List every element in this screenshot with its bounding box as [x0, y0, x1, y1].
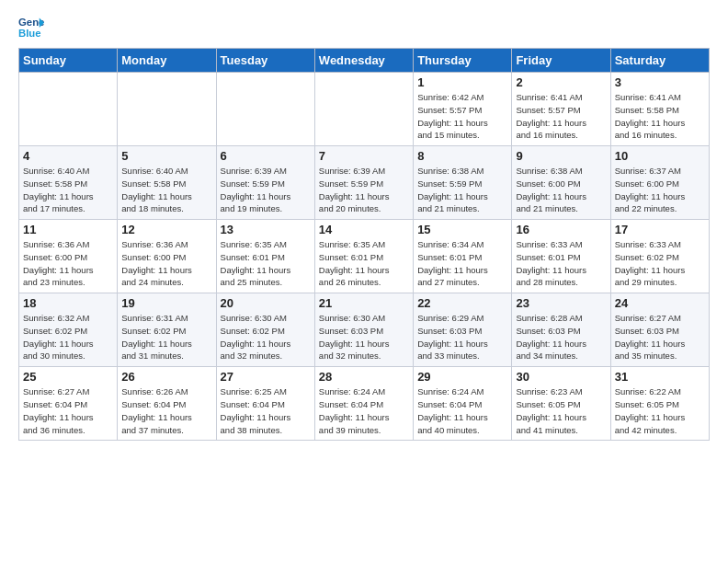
calendar-day-cell: 10Sunrise: 6:37 AM Sunset: 6:00 PM Dayli…	[610, 146, 709, 220]
day-number: 31	[615, 370, 705, 384]
day-info: Sunrise: 6:22 AM Sunset: 6:05 PM Dayligh…	[615, 385, 705, 436]
day-info: Sunrise: 6:24 AM Sunset: 6:04 PM Dayligh…	[319, 385, 409, 436]
day-number: 14	[319, 223, 409, 236]
calendar-header-cell: Friday	[512, 49, 610, 73]
calendar-day-cell: 11Sunrise: 6:36 AM Sunset: 6:00 PM Dayli…	[19, 220, 118, 293]
day-info: Sunrise: 6:23 AM Sunset: 6:05 PM Dayligh…	[516, 385, 606, 436]
calendar-header-cell: Wednesday	[314, 49, 413, 73]
day-number: 11	[23, 223, 113, 236]
calendar-week-row: 4Sunrise: 6:40 AM Sunset: 5:58 PM Daylig…	[19, 146, 710, 220]
day-number: 1	[417, 75, 507, 89]
day-number: 12	[121, 223, 211, 236]
day-number: 26	[121, 370, 211, 384]
calendar-week-row: 1Sunrise: 6:42 AM Sunset: 5:57 PM Daylig…	[19, 73, 710, 146]
day-info: Sunrise: 6:40 AM Sunset: 5:58 PM Dayligh…	[121, 165, 211, 215]
calendar-day-cell	[19, 73, 118, 146]
calendar-table: SundayMondayTuesdayWednesdayThursdayFrid…	[18, 48, 710, 441]
calendar-day-cell: 14Sunrise: 6:35 AM Sunset: 6:01 PM Dayli…	[314, 220, 413, 293]
calendar-week-row: 11Sunrise: 6:36 AM Sunset: 6:00 PM Dayli…	[19, 220, 710, 293]
calendar-day-cell: 15Sunrise: 6:34 AM Sunset: 6:01 PM Dayli…	[414, 220, 512, 293]
calendar-day-cell: 27Sunrise: 6:25 AM Sunset: 6:04 PM Dayli…	[216, 367, 314, 441]
calendar-day-cell: 21Sunrise: 6:30 AM Sunset: 6:03 PM Dayli…	[314, 293, 413, 367]
calendar-day-cell: 23Sunrise: 6:28 AM Sunset: 6:03 PM Dayli…	[512, 293, 610, 367]
calendar-day-cell: 4Sunrise: 6:40 AM Sunset: 5:58 PM Daylig…	[19, 146, 118, 220]
day-info: Sunrise: 6:37 AM Sunset: 6:00 PM Dayligh…	[615, 165, 705, 215]
day-info: Sunrise: 6:33 AM Sunset: 6:01 PM Dayligh…	[516, 238, 606, 289]
day-number: 9	[516, 149, 606, 163]
day-info: Sunrise: 6:36 AM Sunset: 6:00 PM Dayligh…	[121, 238, 211, 289]
calendar-day-cell: 17Sunrise: 6:33 AM Sunset: 6:02 PM Dayli…	[610, 220, 709, 293]
day-info: Sunrise: 6:41 AM Sunset: 5:58 PM Dayligh…	[615, 91, 705, 142]
day-number: 20	[221, 296, 311, 310]
day-number: 17	[615, 223, 705, 236]
calendar-header-cell: Thursday	[414, 49, 512, 73]
calendar-day-cell: 20Sunrise: 6:30 AM Sunset: 6:02 PM Dayli…	[216, 293, 314, 367]
calendar-week-row: 18Sunrise: 6:32 AM Sunset: 6:02 PM Dayli…	[19, 293, 710, 367]
day-number: 24	[615, 296, 705, 310]
day-info: Sunrise: 6:27 AM Sunset: 6:04 PM Dayligh…	[23, 385, 113, 436]
day-info: Sunrise: 6:35 AM Sunset: 6:01 PM Dayligh…	[221, 238, 311, 289]
calendar-header-row: SundayMondayTuesdayWednesdayThursdayFrid…	[19, 49, 710, 73]
calendar-day-cell	[314, 73, 413, 146]
calendar-day-cell: 29Sunrise: 6:24 AM Sunset: 6:04 PM Dayli…	[414, 367, 512, 441]
day-info: Sunrise: 6:39 AM Sunset: 5:59 PM Dayligh…	[319, 165, 409, 215]
day-info: Sunrise: 6:30 AM Sunset: 6:02 PM Dayligh…	[221, 312, 311, 362]
calendar-day-cell: 26Sunrise: 6:26 AM Sunset: 6:04 PM Dayli…	[118, 367, 216, 441]
day-info: Sunrise: 6:41 AM Sunset: 5:57 PM Dayligh…	[516, 91, 606, 142]
calendar-day-cell: 22Sunrise: 6:29 AM Sunset: 6:03 PM Dayli…	[414, 293, 512, 367]
day-info: Sunrise: 6:36 AM Sunset: 6:00 PM Dayligh…	[23, 238, 113, 289]
logo-icon: General Blue	[18, 15, 44, 40]
calendar-day-cell: 19Sunrise: 6:31 AM Sunset: 6:02 PM Dayli…	[118, 293, 216, 367]
calendar-day-cell: 1Sunrise: 6:42 AM Sunset: 5:57 PM Daylig…	[414, 73, 512, 146]
day-info: Sunrise: 6:35 AM Sunset: 6:01 PM Dayligh…	[319, 238, 409, 289]
calendar-day-cell	[216, 73, 314, 146]
calendar-day-cell: 18Sunrise: 6:32 AM Sunset: 6:02 PM Dayli…	[19, 293, 118, 367]
calendar-header-cell: Saturday	[610, 49, 709, 73]
day-info: Sunrise: 6:25 AM Sunset: 6:04 PM Dayligh…	[221, 385, 311, 436]
calendar-day-cell: 13Sunrise: 6:35 AM Sunset: 6:01 PM Dayli…	[216, 220, 314, 293]
calendar-day-cell: 6Sunrise: 6:39 AM Sunset: 5:59 PM Daylig…	[216, 146, 314, 220]
day-number: 27	[221, 370, 311, 384]
day-number: 28	[319, 370, 409, 384]
logo: General Blue	[18, 15, 44, 40]
calendar-week-row: 25Sunrise: 6:27 AM Sunset: 6:04 PM Dayli…	[19, 367, 710, 441]
day-number: 19	[121, 296, 211, 310]
day-number: 8	[417, 149, 507, 163]
calendar-day-cell: 8Sunrise: 6:38 AM Sunset: 5:59 PM Daylig…	[414, 146, 512, 220]
day-number: 6	[221, 149, 311, 163]
calendar-header-cell: Monday	[118, 49, 216, 73]
calendar-day-cell: 16Sunrise: 6:33 AM Sunset: 6:01 PM Dayli…	[512, 220, 610, 293]
day-number: 3	[615, 75, 705, 89]
day-number: 18	[23, 296, 113, 310]
day-number: 23	[516, 296, 606, 310]
day-number: 22	[417, 296, 507, 310]
day-info: Sunrise: 6:31 AM Sunset: 6:02 PM Dayligh…	[121, 312, 211, 362]
calendar-day-cell: 12Sunrise: 6:36 AM Sunset: 6:00 PM Dayli…	[118, 220, 216, 293]
day-number: 13	[221, 223, 311, 236]
calendar-header-cell: Tuesday	[216, 49, 314, 73]
day-info: Sunrise: 6:30 AM Sunset: 6:03 PM Dayligh…	[319, 312, 409, 362]
day-number: 21	[319, 296, 409, 310]
calendar-day-cell: 24Sunrise: 6:27 AM Sunset: 6:03 PM Dayli…	[610, 293, 709, 367]
day-number: 7	[319, 149, 409, 163]
day-info: Sunrise: 6:40 AM Sunset: 5:58 PM Dayligh…	[23, 165, 113, 215]
calendar-day-cell	[118, 73, 216, 146]
calendar-body: 1Sunrise: 6:42 AM Sunset: 5:57 PM Daylig…	[19, 73, 710, 441]
day-info: Sunrise: 6:38 AM Sunset: 5:59 PM Dayligh…	[417, 165, 507, 215]
calendar-day-cell: 7Sunrise: 6:39 AM Sunset: 5:59 PM Daylig…	[314, 146, 413, 220]
calendar-day-cell: 3Sunrise: 6:41 AM Sunset: 5:58 PM Daylig…	[610, 73, 709, 146]
calendar-header-cell: Sunday	[19, 49, 118, 73]
day-info: Sunrise: 6:33 AM Sunset: 6:02 PM Dayligh…	[615, 238, 705, 289]
day-info: Sunrise: 6:27 AM Sunset: 6:03 PM Dayligh…	[615, 312, 705, 362]
day-number: 25	[23, 370, 113, 384]
day-info: Sunrise: 6:29 AM Sunset: 6:03 PM Dayligh…	[417, 312, 507, 362]
day-number: 15	[417, 223, 507, 236]
calendar-day-cell: 30Sunrise: 6:23 AM Sunset: 6:05 PM Dayli…	[512, 367, 610, 441]
calendar-day-cell: 31Sunrise: 6:22 AM Sunset: 6:05 PM Dayli…	[610, 367, 709, 441]
calendar-day-cell: 28Sunrise: 6:24 AM Sunset: 6:04 PM Dayli…	[314, 367, 413, 441]
day-info: Sunrise: 6:32 AM Sunset: 6:02 PM Dayligh…	[23, 312, 113, 362]
day-info: Sunrise: 6:26 AM Sunset: 6:04 PM Dayligh…	[121, 385, 211, 436]
day-number: 10	[615, 149, 705, 163]
svg-text:Blue: Blue	[18, 28, 41, 39]
calendar-day-cell: 9Sunrise: 6:38 AM Sunset: 6:00 PM Daylig…	[512, 146, 610, 220]
